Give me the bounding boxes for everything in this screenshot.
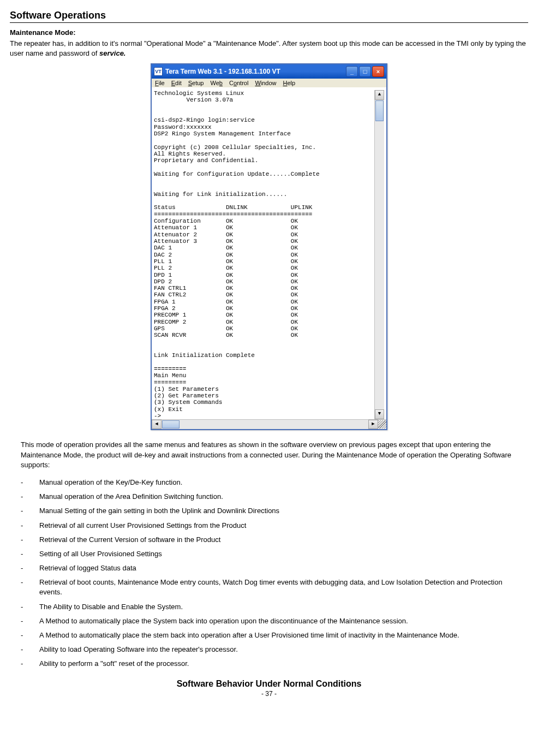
intro-text: The repeater has, in addition to it's no… bbox=[10, 39, 526, 57]
menu-help[interactable]: Help bbox=[283, 80, 296, 86]
menu-file[interactable]: FFileile bbox=[155, 80, 165, 86]
list-item: Ability to perform a "soft" reset of the… bbox=[21, 657, 517, 671]
close-button[interactable]: × bbox=[372, 66, 384, 77]
scroll-track[interactable] bbox=[375, 122, 384, 409]
window-title: Tera Term Web 3.1 - 192.168.1.100 VT bbox=[165, 68, 346, 75]
window-buttons: _ □ × bbox=[346, 66, 384, 77]
resize-grip[interactable] bbox=[378, 420, 386, 428]
minimize-button[interactable]: _ bbox=[346, 66, 358, 77]
vertical-scrollbar[interactable]: ▲ ▼ bbox=[374, 90, 384, 419]
scroll-left-arrow[interactable]: ◄ bbox=[152, 420, 162, 429]
page-title: Software Operations bbox=[10, 10, 528, 21]
list-item: Retrieval of boot counts, Maintenance Mo… bbox=[21, 575, 517, 599]
list-item: Manual operation of the Key/De-Key funct… bbox=[21, 475, 517, 490]
window-titlebar[interactable]: VT Tera Term Web 3.1 - 192.168.1.100 VT … bbox=[152, 64, 386, 79]
page-number: - 37 - bbox=[10, 690, 528, 698]
intro-bold: service. bbox=[99, 49, 125, 57]
terminal-area: Technologic Systems Linux Version 3.07a … bbox=[152, 87, 386, 419]
list-item: Manual Setting of the gain setting in bo… bbox=[21, 504, 517, 518]
terminal-output[interactable]: Technologic Systems Linux Version 3.07a … bbox=[154, 90, 374, 419]
list-item: Ability to load Operating Software into … bbox=[21, 642, 517, 657]
h-scroll-thumb[interactable] bbox=[162, 420, 180, 428]
list-item: A Method to automatically place the Syst… bbox=[21, 614, 517, 628]
list-item: Retrieval of logged Status data bbox=[21, 561, 517, 575]
scroll-thumb[interactable] bbox=[375, 100, 384, 121]
menu-window[interactable]: Window bbox=[255, 80, 276, 86]
scroll-up-arrow[interactable]: ▲ bbox=[375, 90, 384, 100]
menu-setup[interactable]: Setup bbox=[188, 80, 204, 86]
menu-edit[interactable]: Edit bbox=[171, 80, 182, 86]
horizontal-scrollbar[interactable]: ◄ ► bbox=[152, 419, 386, 429]
list-item: Retrieval of the Current Version of soft… bbox=[21, 533, 517, 547]
section-subhead: Maintenance Mode: bbox=[10, 28, 528, 37]
list-item: The Ability to Disable and Enable the Sy… bbox=[21, 600, 517, 614]
list-item: A Method to automatically place the stem… bbox=[21, 628, 517, 642]
terminal-window: VT Tera Term Web 3.1 - 192.168.1.100 VT … bbox=[151, 63, 387, 430]
list-item: Manual operation of the Area Definition … bbox=[21, 490, 517, 504]
list-item: Retrieval of all current User Provisione… bbox=[21, 519, 517, 533]
menu-web[interactable]: Web bbox=[210, 80, 222, 86]
menu-bar: FFileile Edit Setup Web Control Window H… bbox=[152, 79, 386, 87]
scroll-right-arrow[interactable]: ► bbox=[368, 420, 378, 429]
footer-heading: Software Behavior Under Normal Condition… bbox=[10, 679, 528, 689]
menu-control[interactable]: Control bbox=[229, 80, 248, 86]
maximize-button[interactable]: □ bbox=[359, 66, 371, 77]
paragraph-2: This mode of operation provides all the … bbox=[21, 440, 517, 470]
app-icon: VT bbox=[154, 67, 163, 76]
list-item: Setting of all User Provisioned Settings bbox=[21, 547, 517, 561]
feature-list: Manual operation of the Key/De-Key funct… bbox=[21, 475, 517, 671]
divider bbox=[10, 22, 528, 23]
intro-paragraph: The repeater has, in addition to it's no… bbox=[10, 39, 528, 58]
scroll-down-arrow[interactable]: ▼ bbox=[375, 409, 384, 419]
